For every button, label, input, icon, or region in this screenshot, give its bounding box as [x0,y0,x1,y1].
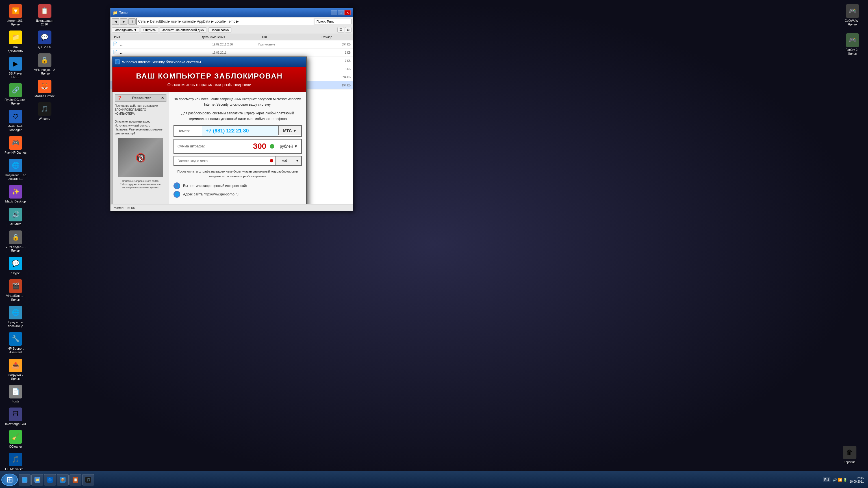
desktop-icons-right: 🎮 CoDWaW - Ярлык 🎮 FarCry 2 - Ярлык [840,3,865,57]
system-tray: RU 🔊 📶 🔋 2:36 19.09.2011 [820,476,867,483]
sidebar-field1: Описание: просмотр видео [115,120,166,124]
forward-button[interactable]: ▶ [120,19,127,25]
nav-bar: ◀ ▶ ⬆ Сеть ▶ DefaultBox ▶ user ▶ current… [111,17,353,26]
malware-sidebar: ❓ Ressourcer ✕ Последние действия вызвав… [113,92,169,204]
icon-hosts[interactable]: 📄 hosts [3,384,28,405]
unlock-note: После оплаты штрафа на вашем чеке будет … [174,169,302,179]
phone-row: Номер: +7 (981) 122 21 30 МТС ▼ [174,125,302,137]
file-icon: 📄 [113,50,118,55]
icon-bsplayer[interactable]: ▶ BS.Player FREE [3,56,28,80]
body-text1: За просмотр или посещение запрещенных ин… [174,97,302,107]
icon-connect[interactable]: 🌐 Подключе... по локальн... [3,157,28,182]
tray-clock[interactable]: 2:36 19.09.2011 [849,476,864,483]
search-box[interactable]: Поиск: Temp [315,19,351,24]
currency-dot [270,144,274,149]
malware-main-content: За просмотр или посещение запрещенных ин… [169,92,306,204]
view-icons-button[interactable]: ⊞ [345,27,351,32]
info-text2: Адрес сайта http://www.gei-porno.ru [183,192,239,196]
currency-label[interactable]: рублей ▼ [276,142,301,151]
taskbar-winamp-button[interactable]: 🎵 [82,474,94,485]
close-button[interactable]: ✕ [344,10,351,15]
up-button[interactable]: ⬆ [128,19,135,25]
file-item[interactable]: 📄 ... 19.09.2011 2:36 Приложение 394 КБ [111,40,353,48]
icon-browser[interactable]: 🌐 Браузер в песочнице [3,304,28,329]
tray-time: 2:36 [849,476,864,480]
sidebar-title: Ressourcer [132,96,151,100]
icon-utorrent[interactable]: 🔽 utorrent161 - Ярлык [3,3,28,28]
icon-downloads[interactable]: 📥 Загрузки - Ярлык [3,357,28,382]
icon-vdub[interactable]: 🎬 VirtualDub... - Ярлык [3,278,28,303]
sidebar-field2: Источник: www.gei-porno.ru [115,124,166,128]
icon-hp-media[interactable]: 🎵 HP MediaSm... [3,451,28,473]
address-bar[interactable]: Сеть ▶ DefaultBox ▶ user ▶ current ▶ App… [136,18,314,25]
status-text: Размер: 194 КБ [113,206,135,209]
currency-dropdown-icon: ▼ [294,144,298,149]
col-name[interactable]: Имя [112,35,199,39]
file-item[interactable]: 📄 ... 19.09.2011 1 КБ [111,48,353,57]
code-dot-indicator [270,159,273,162]
col-date[interactable]: Дата изменения [199,35,259,39]
icon-mkvmerge[interactable]: 🎞 mkvmerge GUI [3,406,28,427]
icon-ccleaner[interactable]: 🧹 CCleaner [3,429,28,450]
icon-codwaw[interactable]: 🎮 CoDWaW - Ярлык [840,3,865,28]
icon-magic[interactable]: ✨ Magic Desktop [3,184,28,205]
icon-my-docs[interactable]: 📁 Мои документы [3,29,28,54]
minimize-button[interactable]: ─ [331,10,337,15]
tray-lang[interactable]: RU [823,477,830,482]
info-row-1: 🌐 Вы поетили запрещенный интернет сайт [174,183,302,189]
icon-antivir[interactable]: 🛡 AnVir Task Manager [3,108,28,133]
start-button[interactable]: ⊞ [1,474,18,486]
burn-button[interactable]: Записать на оптический диск [160,27,207,32]
code-input[interactable] [174,157,270,165]
new-folder-button[interactable]: Новая папка [208,27,231,32]
malware-title-icon: 🔵 [115,59,120,64]
desktop: 🔽 utorrent161 - Ярлык 📁 Мои документы ▶ … [0,0,868,488]
back-button[interactable]: ◀ [112,19,119,25]
sidebar-text1: Последние действия вызвавшие БЛОКИРОВКУ … [115,104,166,116]
fine-amount: 300 [225,139,269,153]
col-size[interactable]: Размер [319,35,351,39]
icon-qip2005[interactable]: 💬 QIP 2005 [32,29,57,50]
task-icon: 📋 [73,477,78,483]
tray-date: 19.09.2011 [849,480,864,483]
organize-button[interactable]: Упорядочить ▼ [112,27,139,32]
malware-body: ❓ Ressourcer ✕ Последние действия вызвав… [113,92,306,204]
open-button[interactable]: Открыть [141,27,158,32]
sidebar-block-text: Последние действия вызвавшие БЛОКИРОВКУ … [115,104,166,135]
icon-deklarac[interactable]: 📋 Декларация 2010 [32,3,57,28]
malware-dialog: 🔵 Windows Internet Security блокировка с… [112,57,307,204]
icon-abmp2[interactable]: 🔊 ABMP2 [3,206,28,228]
icon-vpn2[interactable]: 🔒 VPN-подкл... 2 - Ярлык [32,52,57,77]
window-controls: ─ □ ✕ [331,10,351,15]
provider-selector[interactable]: МТС ▼ [278,126,301,135]
malware-main-title: ВАШ КОМПЬЮТЕР ЗАБЛОКИРОВАН [118,72,301,80]
code-row: kod ▼ [174,156,302,166]
icon-farcry2[interactable]: 🎮 FarCry 2 - Ярлык [840,32,865,57]
taskbar-task-button[interactable]: 📋 [69,474,82,485]
status-bar: Размер: 194 КБ [111,204,353,211]
icon-vpn1[interactable]: 🔒 VPN-подкл... - Ярлык [3,229,28,254]
taskbar-dropbox-button[interactable]: 📦 [57,474,69,485]
icon-hp-support[interactable]: 🔧 HP Support Assistant [3,331,28,356]
icon-play-hp[interactable]: 🎮 Play HP Games [3,135,28,156]
recycle-bin-icon[interactable]: 🗑 Корзина [837,444,862,465]
address-text: Сеть ▶ DefaultBox ▶ user ▶ current ▶ App… [138,20,239,24]
maximize-button[interactable]: □ [338,10,344,15]
malware-header: ВАШ КОМПЬЮТЕР ЗАБЛОКИРОВАН Ознакомьтесь … [113,67,306,92]
explorer-window: 📁 Temp ─ □ ✕ ◀ ▶ ⬆ Сеть ▶ DefaultBox ▶ u… [110,8,353,211]
taskbar-hp-button[interactable]: 🔵 [44,474,56,485]
code-submit-button[interactable]: kod [276,157,293,165]
explorer-body: Имя Дата изменения Тип Размер 📄 ... 19.0… [111,34,353,204]
icon-mozilla[interactable]: 🦊 Mozilla Firefox [32,78,57,99]
taskbar-ie-button[interactable]: 🌐 [19,474,31,485]
taskbar-explorer-button[interactable]: 📁 [31,474,43,485]
globe-icon-2: 🌐 [174,191,180,198]
icon-flylink[interactable]: 🔗 FlyLinkDC.exe - Ярлык [3,82,28,107]
view-details-button[interactable]: ☰ [337,27,344,32]
icon-skype[interactable]: 💬 Skype [3,255,28,276]
explorer-toolbar: Упорядочить ▼ Открыть Записать на оптиче… [111,26,353,34]
body-text2: Для разблокировки системы заплатите штра… [174,111,302,122]
col-type[interactable]: Тип [259,35,319,39]
icon-winamp[interactable]: 🎵 Winamp [32,101,57,122]
code-dropdown-icon[interactable]: ▼ [293,157,301,165]
